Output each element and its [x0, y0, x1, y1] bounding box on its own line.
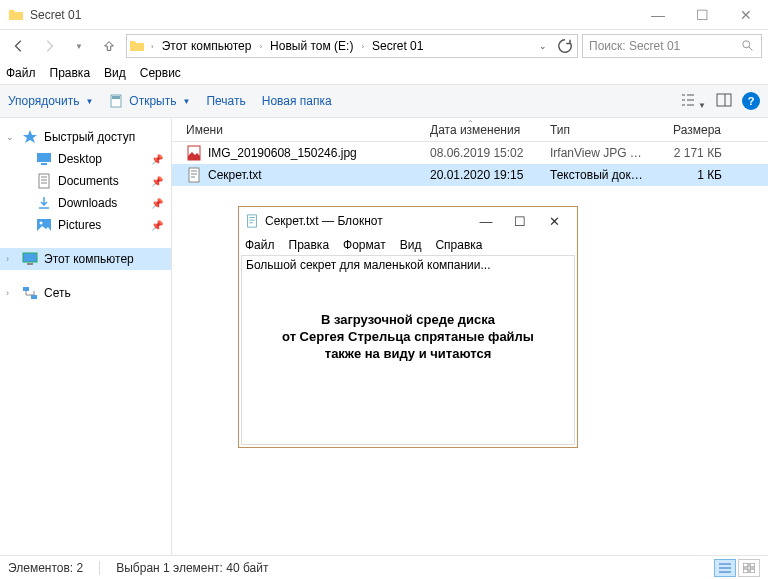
column-date[interactable]: Дата изменения: [422, 123, 542, 137]
chevron-right-icon: ›: [6, 288, 9, 298]
notepad-text: Большой секрет для маленькой компании...: [246, 258, 491, 272]
minimize-button[interactable]: —: [636, 0, 680, 29]
sidebar-pictures[interactable]: Pictures📌: [0, 214, 171, 236]
navbar: ▼ › Этот компьютер › Новый том (E:) › Se…: [0, 30, 768, 62]
network-icon: [22, 285, 38, 301]
breadcrumb[interactable]: Secret 01: [370, 39, 425, 53]
overlay-caption: В загрузочной среде диска от Сергея Стре…: [242, 312, 574, 363]
menubar: Файл Правка Вид Сервис: [0, 62, 768, 84]
sort-indicator-icon: ⌃: [467, 119, 474, 128]
open-button[interactable]: Открыть▼: [109, 93, 190, 109]
column-size[interactable]: Размера: [652, 123, 730, 137]
svg-rect-19: [750, 569, 755, 573]
notepad-icon: [245, 214, 259, 228]
view-options-button[interactable]: ▼: [680, 92, 706, 111]
sidebar-desktop[interactable]: Desktop📌: [0, 148, 171, 170]
window-title: Secret 01: [30, 8, 636, 22]
notepad-close-button[interactable]: ✕: [537, 210, 571, 232]
sidebar-network[interactable]: › Сеть: [0, 282, 171, 304]
organize-button[interactable]: Упорядочить▼: [8, 94, 93, 108]
column-name[interactable]: Имени: [172, 123, 422, 137]
svg-point-9: [40, 222, 43, 225]
search-icon: [741, 39, 755, 53]
notepad-title: Секрет.txt — Блокнот: [265, 214, 469, 228]
svg-rect-16: [743, 563, 748, 567]
svg-rect-11: [27, 263, 33, 265]
breadcrumb[interactable]: Новый том (E:): [268, 39, 355, 53]
newfolder-button[interactable]: Новая папка: [262, 94, 332, 108]
folder-icon: [129, 38, 145, 54]
close-button[interactable]: ✕: [724, 0, 768, 29]
address-dropdown[interactable]: ⌄: [533, 41, 553, 51]
recent-dropdown[interactable]: ▼: [66, 34, 92, 58]
menu-service[interactable]: Сервис: [140, 66, 181, 80]
sidebar: ⌄ Быстрый доступ Desktop📌 Documents📌 Dow…: [0, 118, 172, 555]
svg-rect-15: [189, 168, 199, 182]
file-row[interactable]: IMG_20190608_150246.jpg 08.06.2019 15:02…: [172, 142, 768, 164]
sidebar-downloads[interactable]: Downloads📌: [0, 192, 171, 214]
desktop-icon: [36, 151, 52, 167]
sidebar-this-pc[interactable]: › Этот компьютер: [0, 248, 171, 270]
notepad-menu-format[interactable]: Формат: [343, 238, 386, 252]
pin-icon: 📌: [151, 154, 163, 165]
maximize-button[interactable]: ☐: [680, 0, 724, 29]
computer-icon: [22, 251, 38, 267]
breadcrumb[interactable]: Этот компьютер: [160, 39, 254, 53]
forward-button[interactable]: [36, 34, 62, 58]
pin-icon: 📌: [151, 176, 163, 187]
notepad-titlebar[interactable]: Секрет.txt — Блокнот — ☐ ✕: [239, 207, 577, 235]
star-icon: [22, 129, 38, 145]
refresh-button[interactable]: [555, 36, 575, 56]
search-placeholder: Поиск: Secret 01: [589, 39, 741, 53]
txt-icon: [186, 167, 202, 183]
notepad-window[interactable]: Секрет.txt — Блокнот — ☐ ✕ Файл Правка Ф…: [238, 206, 578, 448]
notepad-minimize-button[interactable]: —: [469, 210, 503, 232]
column-type[interactable]: Тип: [542, 123, 652, 137]
notepad-menubar: Файл Правка Формат Вид Справка: [239, 235, 577, 255]
notepad-menu-edit[interactable]: Правка: [289, 238, 330, 252]
pin-icon: 📌: [151, 220, 163, 231]
svg-point-0: [743, 41, 750, 48]
sidebar-quick-access[interactable]: ⌄ Быстрый доступ: [0, 126, 171, 148]
jpg-icon: [186, 145, 202, 161]
notepad-textarea[interactable]: Большой секрет для маленькой компании...…: [241, 255, 575, 445]
svg-rect-13: [31, 295, 37, 299]
notepad-menu-view[interactable]: Вид: [400, 238, 422, 252]
file-row[interactable]: Секрет.txt 20.01.2020 19:15 Текстовый до…: [172, 164, 768, 186]
status-count: Элементов: 2: [8, 561, 83, 575]
view-icons-button[interactable]: [738, 559, 760, 577]
notepad-menu-file[interactable]: Файл: [245, 238, 275, 252]
svg-rect-6: [41, 163, 47, 165]
svg-rect-5: [37, 153, 51, 162]
column-headers: ⌃ Имени Дата изменения Тип Размера: [172, 118, 768, 142]
notepad-menu-help[interactable]: Справка: [435, 238, 482, 252]
documents-icon: [36, 173, 52, 189]
search-input[interactable]: Поиск: Secret 01: [582, 34, 762, 58]
downloads-icon: [36, 195, 52, 211]
svg-rect-3: [717, 94, 731, 106]
svg-rect-17: [750, 563, 755, 567]
help-button[interactable]: ?: [742, 92, 760, 110]
back-button[interactable]: [6, 34, 32, 58]
view-details-button[interactable]: [714, 559, 736, 577]
pin-icon: 📌: [151, 198, 163, 209]
menu-edit[interactable]: Правка: [50, 66, 91, 80]
preview-pane-button[interactable]: [716, 92, 732, 111]
up-button[interactable]: [96, 34, 122, 58]
toolbar: Упорядочить▼ Открыть▼ Печать Новая папка…: [0, 84, 768, 118]
sidebar-documents[interactable]: Documents📌: [0, 170, 171, 192]
print-button[interactable]: Печать: [206, 94, 245, 108]
chevron-right-icon: ›: [357, 42, 368, 51]
svg-rect-12: [23, 287, 29, 291]
svg-rect-20: [248, 215, 257, 227]
menu-file[interactable]: Файл: [6, 66, 36, 80]
open-icon: [109, 93, 125, 109]
chevron-right-icon: ›: [6, 254, 9, 264]
chevron-right-icon: ›: [255, 42, 266, 51]
address-bar[interactable]: › Этот компьютер › Новый том (E:) › Secr…: [126, 34, 578, 58]
svg-rect-7: [39, 174, 49, 188]
svg-rect-18: [743, 569, 748, 573]
pictures-icon: [36, 217, 52, 233]
notepad-maximize-button[interactable]: ☐: [503, 210, 537, 232]
menu-view[interactable]: Вид: [104, 66, 126, 80]
